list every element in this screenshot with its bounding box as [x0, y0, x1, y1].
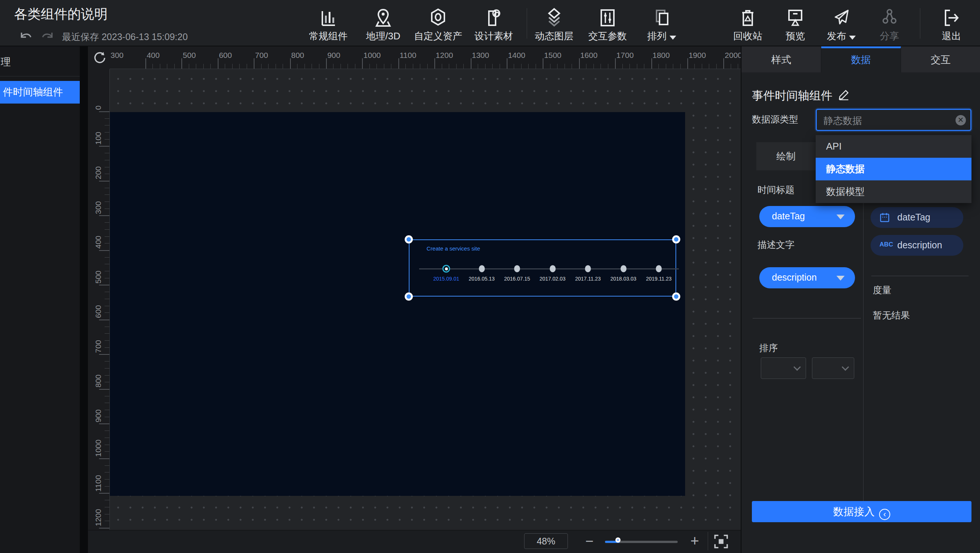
canvas-footer: 48% − + — [88, 530, 741, 553]
menu-option-数据模型[interactable]: 数据模型 — [816, 180, 972, 203]
measure-empty-text: 暂无结果 — [873, 309, 910, 321]
zoom-slider-thumb[interactable] — [616, 537, 620, 543]
v-ruler-label: 100 — [94, 131, 103, 144]
description-select[interactable]: description — [759, 267, 855, 288]
clear-icon[interactable]: ✕ — [956, 115, 966, 126]
canvas-area: 3004005006007008009001000110012001300140… — [88, 46, 741, 553]
zoom-out-button[interactable]: − — [581, 533, 598, 549]
section-divider — [752, 318, 861, 319]
zoom-level-box[interactable]: 48% — [524, 533, 568, 549]
timeline-date-label: 2015.09.01 — [433, 276, 459, 282]
h-ruler-label: 1100 — [399, 51, 416, 60]
toolbar-item-share[interactable]: 分享 — [858, 6, 921, 43]
h-ruler-label: 1800 — [652, 51, 670, 60]
timeline-node[interactable] — [514, 265, 520, 273]
canvas-viewport[interactable]: Create a services site 2015.09.012016.05… — [110, 69, 741, 530]
sort-order-select[interactable] — [812, 357, 854, 379]
undo-button[interactable] — [19, 30, 33, 42]
toolbar-item-arrange[interactable]: 排列 — [630, 6, 693, 43]
toolbar-item-label: 自定义资产 — [414, 30, 462, 43]
zoom-slider[interactable] — [605, 541, 678, 543]
resize-handle-top-left[interactable] — [405, 235, 413, 244]
sliders-icon — [576, 6, 639, 27]
v-ruler-label: 0 — [94, 105, 103, 110]
description-value: description — [772, 272, 817, 283]
zoom-in-button[interactable]: + — [687, 532, 703, 549]
sidebar-heading-partial: 理 — [1, 55, 11, 69]
edit-pencil-icon[interactable] — [838, 89, 850, 100]
sort-field-select[interactable] — [761, 357, 806, 379]
map-pin-icon — [352, 6, 415, 27]
toolbar-item-design-material[interactable]: 设计素材 — [462, 6, 525, 43]
field-chip-description[interactable]: ABC description — [870, 235, 963, 256]
datasource-placeholder: 静态数据 — [824, 114, 862, 127]
design-doc-icon — [462, 6, 525, 27]
toolbar-item-interaction-params[interactable]: 交互参数 — [576, 6, 639, 43]
data-access-button[interactable]: 数据接入‹ — [752, 501, 972, 522]
datasource-type-label: 数据源类型 — [752, 113, 798, 126]
datasource-select-input[interactable]: 静态数据 ✕ — [816, 109, 972, 131]
timeline-node[interactable] — [585, 265, 591, 273]
time-title-select[interactable]: dateTag — [759, 206, 855, 227]
section-divider — [871, 276, 969, 276]
field-name: dateTag — [897, 212, 930, 223]
toolbar-item-exit[interactable]: 退出 — [920, 6, 980, 43]
h-ruler-label: 500 — [183, 51, 196, 60]
timeline-node[interactable] — [550, 265, 556, 273]
dropdown-triangle-icon — [837, 276, 845, 280]
sidebar-gap — [80, 46, 88, 553]
artboard[interactable]: Create a services site 2015.09.012016.05… — [110, 112, 685, 496]
timeline-component-selected[interactable]: Create a services site 2015.09.012016.05… — [409, 239, 676, 296]
chevron-down-icon — [842, 363, 849, 371]
menu-option-API[interactable]: API — [816, 135, 972, 158]
measure-label: 度量 — [873, 284, 891, 296]
timeline-node[interactable] — [656, 265, 662, 273]
layer-item-timeline[interactable]: 件时间轴组件 — [0, 81, 80, 104]
draw-button[interactable]: 绘制 — [756, 142, 816, 171]
tab-style[interactable]: 样式 — [741, 46, 821, 72]
tab-interaction[interactable]: 交互 — [901, 46, 980, 72]
refresh-icon — [93, 51, 106, 64]
timeline-node[interactable] — [442, 265, 450, 273]
field-name: description — [897, 240, 942, 250]
field-chip-dateTag[interactable]: dateTag — [870, 207, 963, 228]
v-ruler-label: 400 — [94, 236, 103, 249]
toolbar-item-label: 预览 — [786, 30, 805, 43]
resize-handle-bottom-left[interactable] — [405, 292, 413, 301]
document-title: 各类组件的说明 — [14, 5, 108, 23]
menu-option-静态数据[interactable]: 静态数据 — [816, 158, 972, 180]
h-ruler-label: 1700 — [616, 51, 634, 60]
topbar: 各类组件的说明 最近保存 2023-06-13 15:09:20 常规组件 地理… — [0, 0, 980, 46]
tab-data[interactable]: 数据 — [821, 46, 901, 72]
hexagon-icon — [407, 6, 469, 27]
undo-icon — [19, 30, 33, 42]
share-nodes-icon — [858, 6, 921, 27]
v-ruler-label: 800 — [94, 375, 103, 387]
toolbar-item-custom-assets[interactable]: 自定义资产 — [407, 6, 469, 43]
timeline-node[interactable] — [620, 265, 627, 273]
h-ruler-label: 700 — [255, 51, 268, 60]
sidebar-divider — [0, 76, 80, 76]
v-ruler-label: 300 — [94, 201, 103, 214]
toolbar-item-label: 回收站 — [733, 30, 762, 43]
h-ruler-label: 1500 — [544, 51, 562, 60]
v-ruler-label: 900 — [94, 409, 103, 422]
timeline-date-label: 2019.11.23 — [646, 276, 671, 282]
fit-to-screen-button[interactable] — [713, 533, 730, 550]
resize-handle-top-right[interactable] — [672, 235, 680, 244]
horizontal-ruler: 3004005006007008009001000110012001300140… — [110, 46, 741, 69]
toolbar-item-regular-components[interactable]: 常规组件 — [297, 6, 360, 43]
toolbar-item-label: 发布 — [827, 30, 846, 43]
toolbar-item-label: 设计素材 — [474, 30, 513, 43]
resize-handle-bottom-right[interactable] — [672, 292, 680, 301]
toolbar-item-geo3d[interactable]: 地理/3D — [352, 6, 415, 43]
footer-divider — [708, 532, 708, 550]
timeline-node[interactable] — [479, 265, 485, 273]
h-ruler-label: 1300 — [472, 51, 489, 60]
ruler-corner[interactable] — [88, 46, 110, 69]
h-ruler-label: 1400 — [508, 51, 525, 60]
sort-label: 排序 — [759, 342, 778, 354]
dropdown-triangle-icon — [837, 215, 845, 219]
redo-button[interactable] — [41, 30, 54, 42]
h-ruler-label: 1000 — [364, 51, 381, 60]
